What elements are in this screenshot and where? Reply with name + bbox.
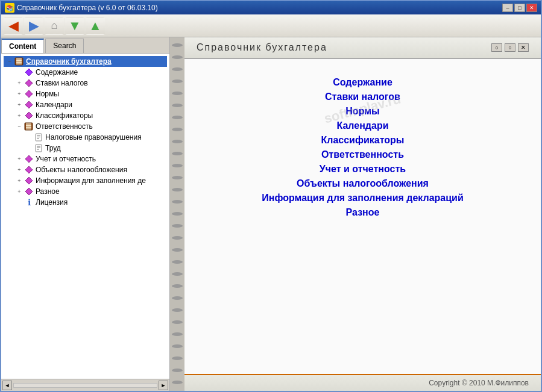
toc-item-normy[interactable]: Нормы: [345, 106, 379, 117]
scroll-right-button[interactable]: ►: [159, 381, 168, 390]
toc-item-soderzh[interactable]: Содержание: [333, 77, 392, 88]
svg-marker-7: [25, 90, 33, 98]
kalendari-expander[interactable]: +: [16, 101, 23, 108]
uchet-expander[interactable]: +: [16, 155, 23, 163]
klassif-label: Классификаторы: [36, 111, 93, 120]
scroll-up-button[interactable]: ▲: [86, 17, 105, 35]
root-expander[interactable]: −: [6, 58, 13, 65]
toc-item-otvetst[interactable]: Ответственность: [321, 149, 404, 160]
copyright-text: Copyright © 2010 М.Филиппов: [429, 379, 529, 387]
obekty-label: Объекты налогообложения: [36, 166, 127, 174]
otvetst-icon: [24, 122, 34, 131]
svg-marker-23: [25, 155, 33, 163]
tab-content[interactable]: Content: [1, 39, 44, 53]
uchet-label: Учет и отчетность: [36, 155, 96, 163]
tree-root[interactable]: − Справочник бухгалтера: [4, 56, 167, 67]
tree-node-kalendari[interactable]: + Календари: [4, 99, 167, 110]
tree-node-trud[interactable]: + Труд: [4, 143, 167, 154]
tree-node-raznoe[interactable]: + Разное: [4, 186, 167, 197]
spiral-ring: [172, 67, 183, 71]
tree-area[interactable]: − Справочник бухгалтера: [1, 54, 169, 379]
klassif-expander[interactable]: +: [16, 112, 23, 119]
root-label: Справочник бухгалтера: [26, 57, 112, 66]
svg-marker-26: [25, 188, 33, 195]
nb-btn2[interactable]: ○: [505, 43, 515, 52]
spiral-ring: [172, 188, 183, 191]
tree-node-licenz[interactable]: + ℹ Лицензия: [4, 197, 167, 208]
svg-marker-8: [25, 101, 33, 108]
normy-expander[interactable]: +: [16, 90, 23, 98]
normy-icon: [24, 89, 34, 99]
home-button[interactable]: ⌂: [45, 17, 64, 35]
spiral-ring: [172, 320, 183, 324]
obekty-expander[interactable]: +: [16, 166, 23, 173]
tree-node-inform[interactable]: + Информация для заполнения де: [4, 175, 167, 186]
scroll-left-button[interactable]: ◄: [2, 381, 12, 390]
toc-item-klassif[interactable]: Классификаторы: [321, 135, 404, 146]
spiral-ring: [172, 308, 183, 312]
scroll-down-icon: ▼: [68, 18, 81, 34]
tree-node-klassif[interactable]: + Классификаторы: [4, 110, 167, 121]
spiral-ring: [172, 43, 183, 47]
toc-item-raznoe[interactable]: Разное: [346, 207, 380, 218]
main-area: Content Search −: [1, 37, 541, 391]
otvetst-expander[interactable]: −: [16, 123, 23, 130]
toc-item-uchet[interactable]: Учет и отчетность: [320, 164, 406, 175]
raznoe-expander[interactable]: +: [16, 188, 23, 195]
kalendari-icon: [24, 100, 34, 110]
restore-button[interactable]: □: [514, 4, 525, 12]
spiral-ring: [172, 92, 183, 95]
spiral-ring: [172, 200, 183, 204]
tree-node-otvetst[interactable]: − Ответственность: [4, 121, 167, 132]
spiral-ring: [172, 224, 183, 228]
close-button[interactable]: ✕: [526, 4, 537, 12]
tree-node-soderzh[interactable]: + Содержание: [4, 67, 167, 78]
svg-rect-19: [36, 145, 42, 152]
nb-close[interactable]: ✕: [518, 43, 529, 52]
spiral-ring: [172, 332, 183, 336]
tree-node-obekty[interactable]: + Объекты налогообложения: [4, 164, 167, 175]
normy-label: Нормы: [36, 90, 59, 98]
minimize-button[interactable]: –: [502, 4, 513, 12]
nb-btn1[interactable]: ○: [491, 43, 502, 52]
stavki-icon: [24, 78, 34, 88]
title-bar-left: 📚 Справочник бухгалтера (v 6.0 от 06.03.…: [5, 3, 158, 13]
toc-item-obekty[interactable]: Объекты налогообложения: [297, 178, 429, 189]
tab-search[interactable]: Search: [45, 39, 84, 53]
stavki-expander[interactable]: +: [16, 79, 23, 87]
inform-icon: [24, 176, 34, 185]
spiral-ring: [172, 176, 183, 179]
notebook-page: Справочник бухгалтера ○ ○ ✕ Содержание С…: [184, 37, 541, 391]
spiral-ring: [172, 212, 183, 216]
spiral-ring: [172, 381, 183, 384]
nalog-icon: [34, 132, 43, 142]
toc-list: Содержание Ставки налогов Нормы Календар…: [262, 77, 464, 218]
spiral-ring: [172, 369, 183, 372]
spiral-ring: [172, 248, 183, 252]
back-icon: ◀: [8, 18, 19, 34]
left-panel-scrollbar: ◄ ►: [1, 379, 169, 391]
tree-node-uchet[interactable]: + Учет и отчетность: [4, 154, 167, 164]
notebook-header: Справочник бухгалтера ○ ○ ✕: [184, 37, 541, 59]
spiral-ring: [172, 164, 183, 167]
notebook-title: Справочник бухгалтера: [197, 42, 327, 53]
tree-node-normy[interactable]: + Нормы: [4, 89, 167, 99]
tree-node-nalog[interactable]: + Налоговые правонарушения: [4, 132, 167, 143]
inform-expander[interactable]: +: [16, 177, 23, 184]
spiral-ring: [172, 116, 183, 119]
tree-node-stavki[interactable]: + Ставки налогов: [4, 78, 167, 89]
obekty-icon: [24, 165, 34, 175]
svg-rect-15: [36, 134, 42, 141]
forward-button[interactable]: ▶: [24, 17, 43, 35]
licenz-label: Лицензия: [36, 198, 68, 207]
spiral-ring: [172, 152, 183, 155]
right-panel: Справочник бухгалтера ○ ○ ✕ Содержание С…: [170, 37, 541, 391]
toolbar: ◀ ▶ ⌂ ▼ ▲: [1, 14, 541, 37]
toc-item-kalendari[interactable]: Календари: [336, 120, 388, 131]
toc-item-stavki[interactable]: Ставки налогов: [325, 92, 400, 102]
spiral-ring: [172, 296, 183, 300]
scroll-down-button[interactable]: ▼: [65, 17, 84, 35]
toc-item-inform[interactable]: Информация для заполнения деклараций: [262, 193, 464, 204]
back-button[interactable]: ◀: [4, 17, 23, 35]
spiral-ring: [172, 55, 183, 59]
